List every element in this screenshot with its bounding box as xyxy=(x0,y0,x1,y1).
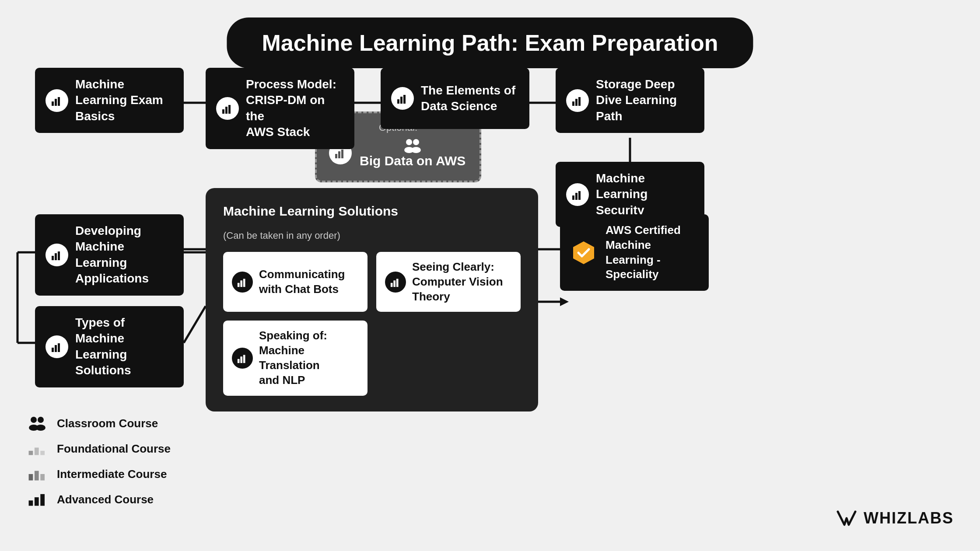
solution-machine-translation[interactable]: Speaking of:Machine Translationand NLP xyxy=(223,321,368,395)
bar-chart-icon-2 xyxy=(216,97,239,120)
svg-rect-68 xyxy=(29,500,33,506)
svg-point-35 xyxy=(406,139,412,145)
svg-rect-31 xyxy=(578,97,581,106)
svg-rect-32 xyxy=(335,154,337,158)
svg-rect-27 xyxy=(400,97,402,104)
svg-rect-28 xyxy=(403,95,406,104)
foundational-icon xyxy=(26,440,48,457)
people-icon xyxy=(402,138,423,153)
bar-chart-icon-6 xyxy=(46,244,68,266)
svg-marker-57 xyxy=(573,241,594,264)
solution-computer-vision[interactable]: Seeing Clearly:Computer VisionTheory xyxy=(376,252,521,312)
svg-marker-19 xyxy=(560,297,569,306)
svg-rect-22 xyxy=(58,97,60,106)
legend-intermediate: Intermediate Course xyxy=(26,465,171,483)
bar-chart-icon-5 xyxy=(566,183,589,206)
bar-chart-icon-3 xyxy=(391,87,414,110)
svg-point-58 xyxy=(31,417,37,423)
whizlabs-text: WHIZLABS xyxy=(864,509,954,527)
svg-rect-44 xyxy=(58,251,60,260)
node-process-model[interactable]: Process Model:CRISP-DM on theAWS Stack xyxy=(206,68,354,149)
page-title: Machine Learning Path: Exam Preparation xyxy=(227,17,753,68)
intermediate-label: Intermediate Course xyxy=(57,467,167,481)
classroom-icon xyxy=(26,415,48,432)
svg-rect-40 xyxy=(575,193,578,200)
ml-exam-basics-label: Machine Learning Exam Basics xyxy=(75,77,173,124)
svg-rect-43 xyxy=(55,253,57,260)
svg-rect-66 xyxy=(35,471,39,481)
legend: Classroom Course Foundational Course xyxy=(26,415,171,516)
solutions-title: Machine Learning Solutions xyxy=(223,204,398,219)
svg-rect-51 xyxy=(391,283,393,287)
svg-rect-50 xyxy=(243,279,245,287)
svg-rect-62 xyxy=(29,451,33,455)
svg-rect-48 xyxy=(238,283,240,287)
svg-rect-64 xyxy=(40,451,45,455)
svg-rect-34 xyxy=(341,150,343,158)
svg-rect-53 xyxy=(396,279,399,287)
svg-rect-47 xyxy=(58,343,60,352)
node-developing-ml[interactable]: Developing Machine Learning Applications xyxy=(35,214,184,296)
bar-chart-icon-7 xyxy=(46,335,68,358)
svg-rect-23 xyxy=(222,109,224,114)
svg-point-37 xyxy=(413,139,419,145)
node-types-ml[interactable]: Types of Machine Learning Solutions xyxy=(35,306,184,387)
advanced-icon xyxy=(26,491,48,508)
aws-cert-badge[interactable]: AWS Certified Machine Learning -Speciali… xyxy=(560,214,709,291)
node-storage-deep-dive[interactable]: Storage Deep Dive Learning Path xyxy=(556,68,704,133)
types-ml-label: Types of Machine Learning Solutions xyxy=(75,315,173,379)
aws-cert-label: AWS Certified Machine Learning -Speciali… xyxy=(606,223,698,282)
svg-rect-21 xyxy=(55,99,57,106)
svg-rect-45 xyxy=(52,348,54,352)
svg-rect-25 xyxy=(228,105,231,114)
bar-chart-icon-1 xyxy=(46,89,68,112)
legend-classroom: Classroom Course xyxy=(26,415,171,432)
bar-chart-icon-s2 xyxy=(385,272,406,293)
process-model-label: Process Model:CRISP-DM on theAWS Stack xyxy=(246,77,344,140)
main-container: Machine Learning Path: Exam Preparation … xyxy=(0,0,980,551)
svg-rect-54 xyxy=(238,359,240,363)
svg-rect-42 xyxy=(52,256,54,260)
bar-chart-icon-s1 xyxy=(232,272,253,293)
node-elements-data-science[interactable]: The Elements of Data Science xyxy=(381,68,529,129)
solutions-grid: Communicatingwith Chat Bots Seeing Clear… xyxy=(223,252,521,396)
whizlabs-logo: WHIZLABS xyxy=(836,507,954,529)
svg-rect-49 xyxy=(240,280,242,287)
hexagon-check-icon xyxy=(570,240,597,266)
bar-chart-icon-s3 xyxy=(232,348,253,369)
solutions-subtitle: (Can be taken in any order) xyxy=(223,230,340,241)
chat-bots-label: Communicatingwith Chat Bots xyxy=(259,267,345,297)
elements-data-science-label: The Elements of Data Science xyxy=(421,83,519,115)
svg-rect-67 xyxy=(40,474,45,481)
foundational-label: Foundational Course xyxy=(57,442,171,456)
svg-rect-65 xyxy=(29,474,33,481)
svg-point-38 xyxy=(411,147,421,153)
solutions-box: Machine Learning Solutions (Can be taken… xyxy=(206,188,538,412)
svg-rect-39 xyxy=(572,195,574,200)
svg-rect-30 xyxy=(575,99,578,106)
svg-rect-63 xyxy=(35,448,39,455)
classroom-label: Classroom Course xyxy=(57,417,158,430)
svg-rect-56 xyxy=(243,355,245,363)
developing-ml-label: Developing Machine Learning Applications xyxy=(75,223,173,287)
svg-rect-29 xyxy=(572,101,574,106)
svg-rect-70 xyxy=(40,494,45,506)
computer-vision-label: Seeing Clearly:Computer VisionTheory xyxy=(412,260,503,304)
ml-security-label: Machine Learning Security xyxy=(596,171,694,218)
svg-rect-41 xyxy=(578,191,581,200)
svg-rect-20 xyxy=(52,101,54,106)
svg-point-60 xyxy=(38,417,44,423)
solution-chat-bots[interactable]: Communicatingwith Chat Bots xyxy=(223,252,368,312)
machine-translation-label: Speaking of:Machine Translationand NLP xyxy=(259,328,359,387)
svg-rect-26 xyxy=(397,99,399,104)
legend-foundational: Foundational Course xyxy=(26,440,171,457)
storage-deep-dive-label: Storage Deep Dive Learning Path xyxy=(596,77,694,124)
whizlabs-logo-icon xyxy=(836,507,858,529)
svg-rect-24 xyxy=(225,107,228,114)
svg-rect-46 xyxy=(55,345,57,352)
big-data-label: Big Data on AWS xyxy=(360,153,466,168)
bar-chart-icon-4 xyxy=(566,89,589,112)
svg-rect-69 xyxy=(35,497,39,506)
node-ml-exam-basics[interactable]: Machine Learning Exam Basics xyxy=(35,68,184,133)
legend-advanced: Advanced Course xyxy=(26,491,171,508)
